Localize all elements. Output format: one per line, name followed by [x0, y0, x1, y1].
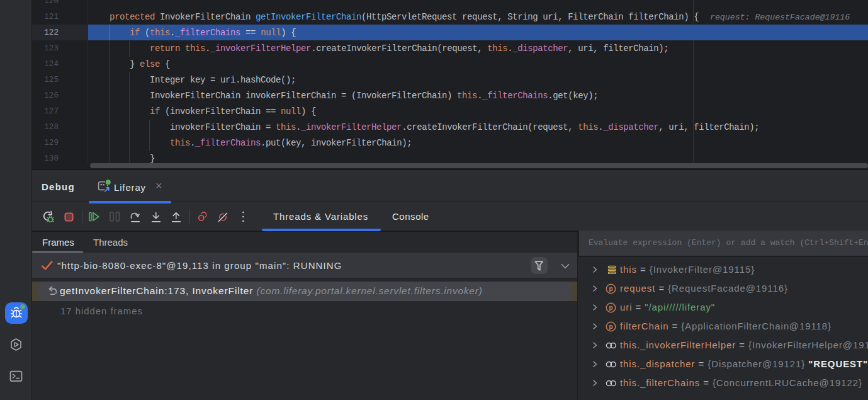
svg-text:p: p	[609, 323, 613, 331]
svg-text:p: p	[609, 304, 613, 312]
svg-text:p: p	[609, 285, 613, 293]
